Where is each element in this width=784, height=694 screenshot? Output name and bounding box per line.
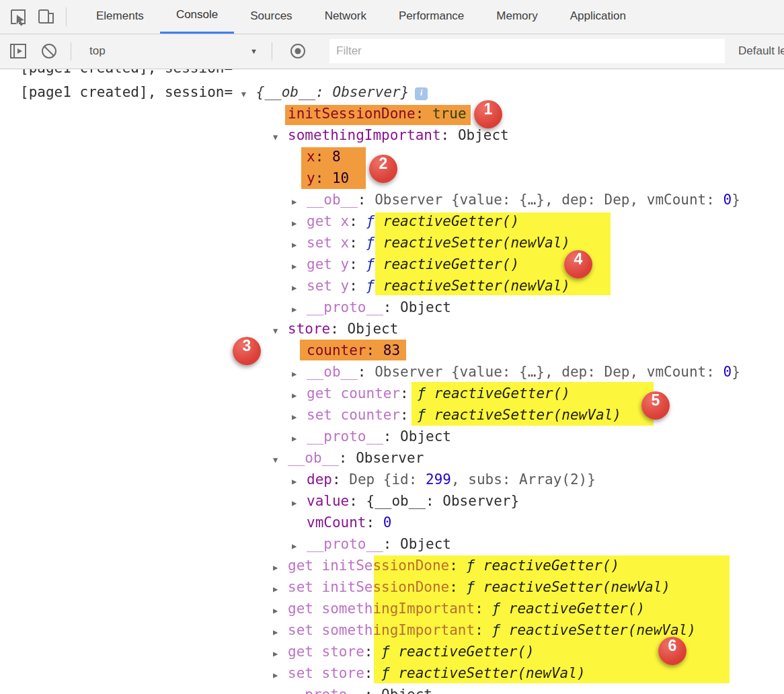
eye-icon[interactable] xyxy=(288,41,308,61)
console-text-kdim: __ob__ xyxy=(307,192,358,208)
console-text-key: dep xyxy=(307,471,332,488)
toolbar-separator xyxy=(272,42,272,61)
expand-arrow-icon[interactable]: ▶ xyxy=(292,535,307,557)
console-row: ▼somethingImportant: Object xyxy=(273,124,509,146)
highlight-getset-counter xyxy=(411,382,654,426)
console-text-key: store xyxy=(288,321,330,337)
collapse-arrow-icon[interactable]: ▼ xyxy=(241,83,256,105)
console-row: ▶__proto__: Object xyxy=(292,426,451,447)
expand-arrow-icon[interactable]: ▶ xyxy=(292,385,307,406)
console-text-kdim: set store xyxy=(288,665,364,681)
dropdown-caret-icon[interactable]: ▼ xyxy=(250,34,258,68)
annotation-badge-5: 5 xyxy=(641,391,670,420)
expand-arrow-icon[interactable]: ▶ xyxy=(292,256,307,277)
expand-arrow-icon[interactable]: ▶ xyxy=(292,492,307,514)
console-text-num: 0 xyxy=(723,364,732,380)
toolbar-separator xyxy=(71,42,71,61)
tab-network[interactable]: Network xyxy=(309,0,383,34)
console-text-kdim: get counter xyxy=(307,385,400,401)
expand-arrow-icon[interactable]: ▶ xyxy=(292,277,307,299)
expand-arrow-icon[interactable]: ▶ xyxy=(273,643,288,664)
console-text-num: 0 xyxy=(723,192,732,208)
inspect-icon[interactable] xyxy=(8,7,28,27)
expand-arrow-icon[interactable]: ▶ xyxy=(292,471,307,492)
highlight-x-y xyxy=(301,147,366,189)
console-text-kdim: set x xyxy=(307,235,349,251)
default-levels-dropdown[interactable]: Default levels xyxy=(738,34,784,68)
console-text-kdim: __ob__ xyxy=(307,364,358,380)
devtools-window: [page1 created], session=[page1 created]… xyxy=(0,0,784,694)
expand-arrow-icon[interactable]: ▶ xyxy=(273,600,288,621)
console-text-obj: Object xyxy=(348,321,399,337)
context-selector[interactable]: top xyxy=(89,34,106,68)
console-toolbar: top ▼ Default levels xyxy=(0,34,784,69)
console-text-plain: : xyxy=(349,493,366,509)
expand-arrow-icon[interactable]: ▶ xyxy=(292,428,307,449)
tab-elements[interactable]: Elements xyxy=(80,0,160,34)
console-row: ▶dep: Dep {id: 299, subs: Array(2)} xyxy=(292,469,596,490)
console-text-plain: : xyxy=(364,687,381,694)
expand-arrow-icon[interactable]: ▶ xyxy=(292,234,307,256)
console-text-obj: Object xyxy=(381,687,432,694)
console-text-plain: : xyxy=(349,213,366,229)
console-text-key: vmCount xyxy=(307,514,366,531)
collapse-arrow-icon[interactable]: ▼ xyxy=(273,449,288,471)
tab-sources[interactable]: Sources xyxy=(234,0,308,34)
console-text-kdim: __proto__ xyxy=(307,428,383,445)
device-toolbar-icon[interactable] xyxy=(36,7,56,27)
console-text-plain: : xyxy=(332,471,349,488)
collapse-arrow-icon[interactable]: ▼ xyxy=(273,126,288,148)
expand-arrow-icon[interactable]: ▶ xyxy=(273,686,288,694)
expand-arrow-icon[interactable]: ▶ xyxy=(292,191,307,213)
collapse-arrow-icon[interactable]: ▼ xyxy=(273,320,288,342)
console-text-num: 299 xyxy=(426,471,451,488)
console-text-plain: : xyxy=(349,278,366,294)
toolbar-separator xyxy=(66,7,67,26)
console-text-plain: : xyxy=(349,235,366,251)
info-icon[interactable]: i xyxy=(415,87,428,100)
console-row: ▶__ob__: Observer {value: {…}, dep: Dep,… xyxy=(292,361,740,383)
console-text-plain: : xyxy=(383,536,400,552)
annotation-badge-2: 2 xyxy=(369,155,397,183)
expand-arrow-icon[interactable]: ▶ xyxy=(273,621,288,643)
console-text-prev: Dep {id: xyxy=(349,471,426,488)
console-text-kdim: set counter xyxy=(307,407,400,423)
console-text-plain: : xyxy=(383,428,400,445)
console-text-obj: Object xyxy=(400,536,451,552)
devtools-tab-bar: ElementsConsoleSourcesNetworkPerformance… xyxy=(0,0,784,34)
console-text-prev: } xyxy=(732,364,740,380)
clear-console-icon[interactable] xyxy=(39,41,59,61)
expand-arrow-icon[interactable]: ▶ xyxy=(273,557,288,578)
console-row: ▶__proto__: Object xyxy=(292,297,451,318)
console-row: ▼__ob__: Observer xyxy=(273,447,424,469)
console-text-key: somethingImportant xyxy=(288,127,441,143)
console-text-kdim: get store xyxy=(288,644,364,660)
console-text-kdim: __proto__ xyxy=(307,299,383,315)
console-text-plain: : xyxy=(358,364,375,380)
tab-application[interactable]: Application xyxy=(554,0,642,34)
console-row: ▼store: Object xyxy=(273,318,398,340)
tab-performance[interactable]: Performance xyxy=(383,0,480,34)
console-text-prev: Observer {value: {…}, dep: Dep, vmCount: xyxy=(375,364,723,380)
console-row: ▶value: {__ob__: Observer} xyxy=(292,490,519,512)
expand-arrow-icon[interactable]: ▶ xyxy=(292,213,307,234)
console-text-plain: [page1 created], session= xyxy=(20,84,241,100)
expand-arrow-icon[interactable]: ▶ xyxy=(292,406,307,428)
expand-arrow-icon[interactable]: ▶ xyxy=(292,299,307,320)
console-text-obj: Object xyxy=(458,127,509,143)
console-text-kdim: set y xyxy=(307,278,349,294)
console-text-obj: Object xyxy=(400,428,451,445)
tab-memory[interactable]: Memory xyxy=(480,0,553,34)
console-text-obj: Object xyxy=(400,299,451,315)
expand-arrow-icon[interactable]: ▶ xyxy=(292,363,307,385)
console-text-kdim: get x xyxy=(307,213,349,229)
expand-arrow-icon[interactable]: ▶ xyxy=(273,578,288,600)
console-sidebar-icon[interactable] xyxy=(8,41,28,61)
expand-arrow-icon[interactable]: ▶ xyxy=(273,664,288,686)
filter-input[interactable] xyxy=(329,39,725,63)
annotation-badge-1: 1 xyxy=(474,100,502,128)
console-text-rootprev: {__ob__: Observer} xyxy=(256,84,409,100)
tab-console[interactable]: Console xyxy=(160,0,234,34)
console-output: [page1 created], session=[page1 created]… xyxy=(0,0,784,694)
console-text-prev: Observer {value: {…}, dep: Dep, vmCount: xyxy=(375,192,723,208)
